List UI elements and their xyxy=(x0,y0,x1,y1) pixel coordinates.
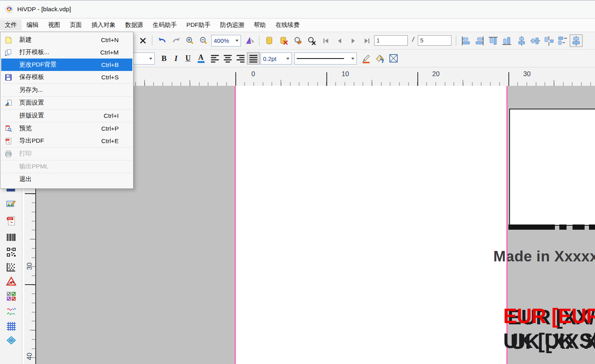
menu-item-export-pdf[interactable]: PDF 导出PDF Ctrl+E xyxy=(1,135,132,147)
underline-button[interactable]: U xyxy=(182,52,194,65)
menubar-item-file[interactable]: 文件 xyxy=(0,20,22,30)
empty-icon-slot xyxy=(5,163,12,170)
align-top-icon[interactable] xyxy=(487,34,500,47)
zoom-level-combo[interactable]: 400% xyxy=(211,35,241,47)
rotate-object-icon[interactable] xyxy=(243,34,256,47)
redo-icon[interactable] xyxy=(170,34,183,47)
qrcode-icon[interactable] xyxy=(6,247,16,257)
distribute-h-icon[interactable] xyxy=(542,34,555,47)
fill-color-icon[interactable] xyxy=(373,52,386,65)
distribute-v-icon[interactable] xyxy=(556,34,569,47)
page-divider: / xyxy=(412,36,414,44)
app-logo-icon xyxy=(5,5,13,13)
svg-text:PDF: PDF xyxy=(8,218,13,220)
menu-item-preview[interactable]: 预览 Ctrl+P xyxy=(1,122,132,135)
db-disconnect-icon[interactable] xyxy=(277,34,290,47)
scatter-marks-icon[interactable] xyxy=(6,306,16,317)
page-total-input[interactable] xyxy=(418,35,451,46)
text-align-center-icon[interactable] xyxy=(221,52,234,65)
image-placeholder-frame[interactable] xyxy=(509,109,595,226)
menubar-item-anti-counterfeit[interactable]: 防伪追溯 xyxy=(215,20,249,30)
menubar-item-code-assistant[interactable]: 生码助手 xyxy=(148,20,182,30)
ruler-label: 20 xyxy=(432,70,439,78)
ruler-label: 30 xyxy=(26,261,34,271)
align-center-v-icon[interactable] xyxy=(529,34,542,47)
menubar-item-view[interactable]: 视图 xyxy=(43,20,65,30)
align-bottom-icon[interactable] xyxy=(500,34,513,47)
toolbar-separator xyxy=(152,36,152,46)
menu-item-open-template[interactable]: 打开模板... Ctrl+M xyxy=(1,46,132,59)
chevron-down-icon xyxy=(351,58,354,60)
menu-item-imposition-setup[interactable]: 拼版设置 Ctrl+I xyxy=(1,109,132,122)
zoom-in-icon[interactable] xyxy=(184,34,196,47)
menubar-item-page[interactable]: 页面 xyxy=(65,20,87,30)
page-setup-icon xyxy=(5,99,12,107)
menu-item-change-pdf-background[interactable]: 更改PDF背景 Ctrl+B xyxy=(1,59,132,71)
title-bar: HiVDP - [black.vdp] xyxy=(0,0,595,18)
bold-button[interactable]: B xyxy=(158,52,170,65)
menubar-item-help[interactable]: 帮助 xyxy=(249,20,271,30)
page-current-input[interactable] xyxy=(374,35,408,46)
menubar-item-insert-object[interactable]: 插入对象 xyxy=(87,20,120,30)
menu-item-save-template[interactable]: 保存模板 Ctrl+S xyxy=(1,71,132,83)
menu-item-exit[interactable]: 退出 xyxy=(1,173,132,186)
line-color-icon[interactable] xyxy=(360,52,372,65)
security-warning-icon[interactable] xyxy=(6,276,16,287)
toolbar-separator xyxy=(259,36,259,46)
font-color-button[interactable]: A xyxy=(195,52,207,65)
grid-icon[interactable] xyxy=(6,321,16,332)
menubar-item-data-source[interactable]: 数据源 xyxy=(120,20,148,30)
edit-image-icon[interactable] xyxy=(6,199,16,210)
save-icon xyxy=(5,74,12,81)
text-justify-icon[interactable] xyxy=(247,52,260,65)
align-center-h-icon[interactable] xyxy=(515,34,528,47)
zoom-out-icon[interactable] xyxy=(197,34,210,47)
uk-size-field-text[interactable]: UK [UK Size] xyxy=(503,329,595,353)
delete-icon[interactable] xyxy=(136,34,149,47)
stroke-width-combo[interactable]: 0.2pt xyxy=(261,53,292,65)
line-style-combo[interactable] xyxy=(294,53,357,65)
barcode-fragment-bottom xyxy=(508,224,595,230)
data-preview-icon[interactable] xyxy=(291,34,304,47)
first-page-icon[interactable] xyxy=(320,34,332,47)
stroke-width-value: 0.2pt xyxy=(263,55,276,62)
prev-page-icon[interactable] xyxy=(333,34,346,47)
window-title: HiVDP - [black.vdp] xyxy=(17,6,71,13)
color-qrcode-icon[interactable] xyxy=(6,291,16,301)
equal-size-icon[interactable] xyxy=(570,34,583,47)
menu-item-page-setup[interactable]: 页面设置 xyxy=(1,97,132,109)
menu-item-new[interactable]: 新建 Ctrl+N xyxy=(1,34,132,46)
data-preview-stop-icon[interactable] xyxy=(305,34,318,47)
barcode-icon[interactable] xyxy=(6,232,16,243)
align-right-icon[interactable] xyxy=(473,34,486,47)
align-left-icon[interactable] xyxy=(459,34,472,47)
last-page-icon[interactable] xyxy=(360,34,373,47)
text-align-right-icon[interactable] xyxy=(234,52,247,65)
menu-item-output-ppml[interactable]: 输出PPML xyxy=(1,160,132,173)
application-window: HiVDP - [black.vdp] 文件 编辑 视图 页面 插入对象 数据源… xyxy=(0,0,595,364)
watermark-eye-icon[interactable] xyxy=(6,335,16,346)
document-page[interactable]: Made in Xxxxxxxxxxx EUR [XX/XXX] EUR [EU… xyxy=(236,86,507,364)
menubar-item-edit[interactable]: 编辑 xyxy=(22,20,43,30)
svg-text:PDF: PDF xyxy=(6,139,10,141)
next-page-icon[interactable] xyxy=(347,34,360,47)
db-connect-icon[interactable] xyxy=(263,34,275,47)
no-fill-icon[interactable] xyxy=(387,52,400,65)
menu-item-print[interactable]: 打印 xyxy=(1,148,132,160)
menubar-item-pdf-assistant[interactable]: PDF助手 xyxy=(182,20,215,30)
datamatrix-icon[interactable] xyxy=(6,262,16,272)
italic-button[interactable]: I xyxy=(171,52,181,65)
preview-icon xyxy=(5,125,12,132)
text-align-left-icon[interactable] xyxy=(208,52,221,65)
pdf-file-icon[interactable]: PDF xyxy=(6,216,16,226)
empty-icon-slot xyxy=(5,176,12,183)
ruler-label: 40 xyxy=(26,351,34,362)
ruler-label: 10 xyxy=(342,70,349,78)
eur-size-field-text[interactable]: EUR [EUR Size] xyxy=(503,304,595,328)
made-in-text[interactable]: Made in Xxxxxxxxxxx xyxy=(435,248,595,265)
export-pdf-icon: PDF xyxy=(5,138,12,145)
menu-item-save-as[interactable]: 另存为... xyxy=(1,84,132,96)
undo-icon[interactable] xyxy=(156,34,168,47)
empty-icon-slot xyxy=(5,61,12,69)
menubar-item-renew[interactable]: 在线续费 xyxy=(271,20,304,30)
